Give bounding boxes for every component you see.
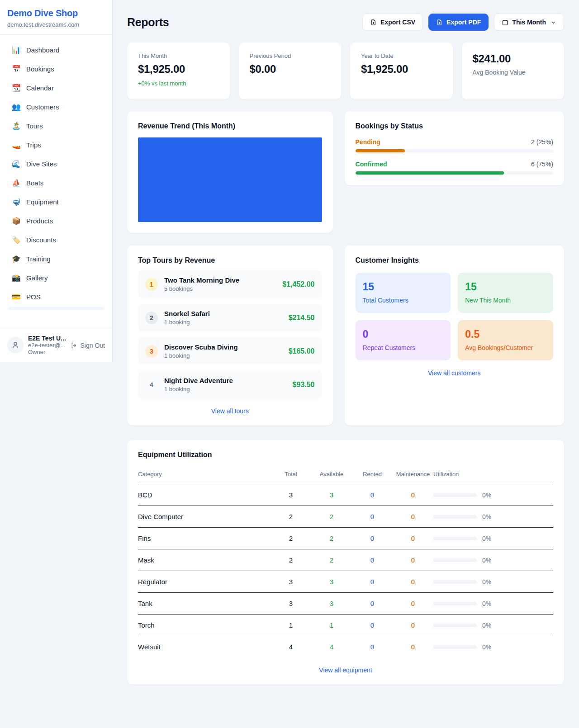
revenue-trend-card: Revenue Trend (This Month) — [127, 111, 333, 233]
sidebar-nav: 📊 Dashboard 📅 Bookings 📆 Calendar 👥 Cust… — [0, 35, 112, 329]
stat-value: $1,925.00 — [138, 63, 219, 76]
sidebar-item-equipment[interactable]: 🤿 Equipment — [7, 193, 105, 210]
cell-rented: 0 — [352, 484, 393, 506]
charts-row: Revenue Trend (This Month) Bookings by S… — [127, 111, 564, 233]
stat-label: Avg Booking Value — [473, 69, 554, 76]
stat-delta: +0% vs last month — [138, 80, 219, 87]
stat-label: This Month — [138, 52, 219, 59]
period-label: This Month — [512, 19, 546, 26]
page-header: Reports Export CSV Export PDF This Month — [127, 14, 564, 31]
sidebar-item-label: Discounts — [26, 236, 56, 244]
tour-bookings: 1 booking — [164, 352, 282, 359]
table-row: Tank 3 3 0 0 0% — [138, 593, 553, 615]
list-item: 4 Night Dive Adventure 1 booking $93.50 — [138, 371, 322, 398]
stat-card-previous-period: Previous Period $0.00 — [239, 43, 342, 99]
stat-label: Year to Date — [361, 52, 442, 59]
col-category: Category — [138, 468, 271, 484]
tour-name: Night Dive Adventure — [164, 377, 286, 384]
sidebar-item-label: Calendar — [26, 84, 54, 92]
status-label: Confirmed — [356, 161, 387, 168]
sidebar-item-tours[interactable]: 🏝️ Tours — [7, 117, 105, 134]
bookings-status-card: Bookings by Status Pending 2 (25%) Confi… — [345, 111, 564, 185]
export-pdf-label: Export PDF — [446, 19, 481, 26]
speedboat-icon: 🚤 — [12, 141, 21, 149]
col-available: Available — [311, 468, 352, 484]
tour-bookings: 1 booking — [164, 386, 286, 392]
utilization-bar — [433, 580, 477, 584]
sidebar-item-pos[interactable]: 💳 POS — [7, 288, 105, 305]
sidebar-item-discounts[interactable]: 🏷️ Discounts — [7, 231, 105, 248]
tour-name: Two Tank Morning Dive — [164, 276, 276, 284]
cell-maintenance: 0 — [393, 571, 433, 593]
rank-badge: 3 — [145, 345, 158, 358]
sign-out-button[interactable]: Sign Out — [71, 342, 105, 349]
cell-available: 2 — [311, 528, 352, 549]
export-csv-button[interactable]: Export CSV — [362, 14, 423, 31]
top-tours-card: Top Tours by Revenue 1 Two Tank Morning … — [127, 246, 333, 425]
list-item: 1 Two Tank Morning Dive 5 bookings $1,45… — [138, 270, 322, 298]
tour-bookings: 1 booking — [164, 319, 282, 326]
table-row: Regulator 3 3 0 0 0% — [138, 571, 553, 593]
insight-value: 0.5 — [465, 328, 546, 340]
period-dropdown[interactable]: This Month — [494, 14, 564, 31]
sidebar-item-reports-active-partial[interactable] — [7, 307, 105, 310]
graduation-cap-icon: 🎓 — [12, 255, 21, 263]
sidebar-item-customers[interactable]: 👥 Customers — [7, 98, 105, 115]
user-panel: E2E Test U... e2e-tester@... Owner Sign … — [0, 329, 112, 362]
view-all-tours-link[interactable]: View all tours — [138, 407, 322, 415]
sidebar-item-dive-sites[interactable]: 🌊 Dive Sites — [7, 155, 105, 172]
cell-maintenance: 0 — [393, 484, 433, 506]
view-all-equipment-link[interactable]: View all equipment — [138, 667, 553, 674]
sidebar: Demo Dive Shop demo.test.divestreams.com… — [0, 0, 113, 362]
sidebar-item-dashboard[interactable]: 📊 Dashboard — [7, 41, 105, 58]
table-row: Dive Computer 2 2 0 0 0% — [138, 506, 553, 528]
cell-maintenance: 0 — [393, 615, 433, 636]
insight-tile-total-customers: 15 Total Customers — [356, 273, 451, 313]
sidebar-item-products[interactable]: 📦 Products — [7, 212, 105, 229]
cell-total: 3 — [271, 571, 311, 593]
sidebar-item-bookings[interactable]: 📅 Bookings — [7, 60, 105, 77]
table-row: Wetsuit 4 4 0 0 0% — [138, 636, 553, 658]
user-role: Owner — [28, 349, 66, 355]
cell-category: Tank — [138, 593, 271, 615]
insight-label: Repeat Customers — [363, 344, 444, 351]
sign-out-label: Sign Out — [81, 342, 105, 349]
package-icon: 📦 — [12, 217, 21, 225]
customer-insights-title: Customer Insights — [356, 256, 553, 265]
cell-category: Mask — [138, 549, 271, 571]
sidebar-item-label: Training — [26, 255, 51, 263]
sidebar-item-gallery[interactable]: 📸 Gallery — [7, 269, 105, 286]
utilization-pct: 0% — [482, 643, 491, 651]
brand-block: Demo Dive Shop demo.test.divestreams.com — [0, 0, 112, 35]
insight-label: Total Customers — [363, 297, 444, 304]
sailboat-icon: ⛵ — [12, 179, 21, 187]
table-row: Fins 2 2 0 0 0% — [138, 528, 553, 549]
status-count: 2 (25%) — [531, 138, 553, 146]
insight-tile-new-this-month: 15 New This Month — [458, 273, 553, 313]
people-icon: 👥 — [12, 103, 21, 111]
sidebar-item-label: Boats — [26, 179, 43, 187]
sidebar-item-training[interactable]: 🎓 Training — [7, 250, 105, 267]
col-rented: Rented — [352, 468, 393, 484]
col-maintenance: Maintenance — [393, 468, 433, 484]
sidebar-item-trips[interactable]: 🚤 Trips — [7, 136, 105, 153]
cell-rented: 0 — [352, 615, 393, 636]
bookings-status-title: Bookings by Status — [356, 122, 553, 130]
export-pdf-button[interactable]: Export PDF — [428, 14, 489, 31]
cell-rented: 0 — [352, 636, 393, 658]
cell-rented: 0 — [352, 506, 393, 528]
sidebar-item-calendar[interactable]: 📆 Calendar — [7, 79, 105, 96]
view-all-customers-link[interactable]: View all customers — [356, 369, 553, 377]
stat-value: $1,925.00 — [361, 63, 442, 76]
progress-fill — [356, 149, 405, 152]
cell-rented: 0 — [352, 571, 393, 593]
col-utilization: Utilization — [433, 468, 553, 484]
tour-revenue: $1,452.00 — [282, 280, 314, 288]
brand-name: Demo Dive Shop — [7, 8, 105, 19]
rank-badge: 1 — [145, 278, 158, 291]
cell-category: Torch — [138, 615, 271, 636]
status-row-pending: Pending 2 (25%) — [356, 138, 553, 152]
sidebar-item-boats[interactable]: ⛵ Boats — [7, 174, 105, 191]
user-name: E2E Test U... — [28, 335, 66, 342]
utilization-bar — [433, 493, 477, 497]
